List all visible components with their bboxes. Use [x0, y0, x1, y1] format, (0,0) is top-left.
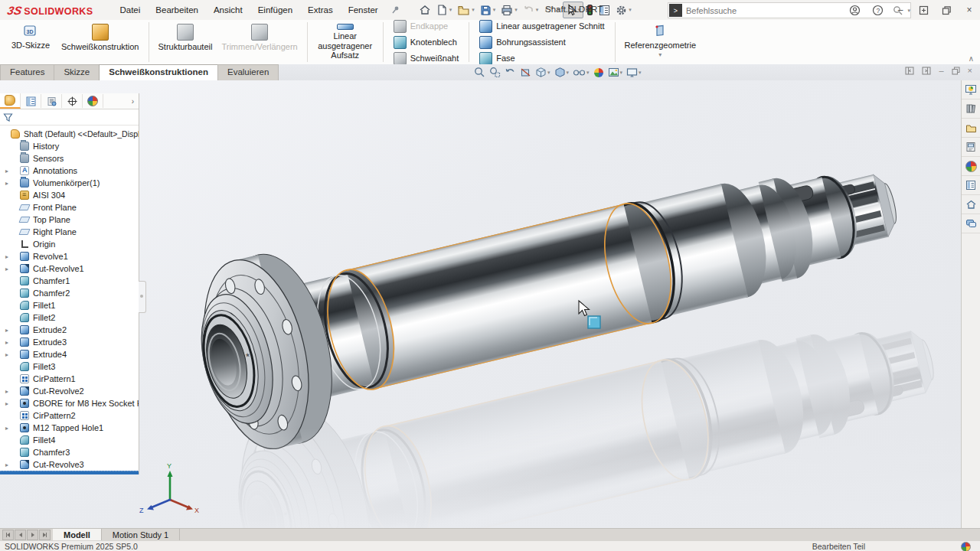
- gusset-button[interactable]: Knotenblech: [391, 35, 462, 50]
- extruded-boss-button[interactable]: Linear ausgetragener Aufsatz: [312, 21, 378, 63]
- tree-item[interactable]: CirPattern2: [0, 409, 139, 422]
- menu-extras[interactable]: Extras: [301, 2, 340, 18]
- tab-motion-study[interactable]: Motion Study 1: [102, 529, 180, 541]
- weldment-button[interactable]: Schweißkonstruktion: [57, 21, 144, 63]
- close-button[interactable]: ×: [963, 4, 975, 16]
- appearances-scenes-icon[interactable]: [962, 157, 980, 176]
- hide-show-items-icon[interactable]: ▾: [572, 67, 590, 78]
- tab-evaluieren[interactable]: Evaluieren: [217, 64, 279, 81]
- restore-button[interactable]: [940, 4, 952, 16]
- view-settings-icon[interactable]: ▾: [626, 67, 642, 79]
- chamfer-button[interactable]: Fase: [477, 51, 606, 66]
- dropdown-caret[interactable]: ▾: [567, 70, 570, 76]
- dropdown-caret[interactable]: ▾: [472, 7, 475, 13]
- tab-features[interactable]: Features: [0, 64, 54, 81]
- tab-modell[interactable]: Modell: [53, 529, 102, 541]
- hole-wizard-button[interactable]: Bohrungsassistent: [477, 35, 606, 50]
- menu-datei[interactable]: Datei: [113, 2, 147, 18]
- tree-item[interactable]: Fillet1: [0, 299, 139, 311]
- collapse-pane-right-icon[interactable]: [922, 67, 931, 75]
- menu-fenster[interactable]: Fenster: [341, 2, 385, 18]
- first-tab-button[interactable]: [2, 530, 14, 540]
- dropdown-caret[interactable]: ▾: [547, 70, 550, 76]
- tree-item[interactable]: Right Plane: [0, 226, 139, 238]
- tree-item[interactable]: Chamfer3: [0, 446, 139, 458]
- view-palette-icon[interactable]: [962, 138, 980, 157]
- tab-propertymanager[interactable]: [21, 94, 41, 108]
- home-icon[interactable]: [962, 195, 980, 214]
- account-icon[interactable]: [848, 4, 861, 16]
- status-sphere-icon[interactable]: [961, 542, 971, 551]
- forum-icon[interactable]: [962, 214, 980, 233]
- rollback-bar[interactable]: [0, 471, 139, 474]
- custom-properties-icon[interactable]: [962, 176, 980, 195]
- tree-root[interactable]: Shaft (Default) <<Default>_Display S: [0, 128, 139, 140]
- dropdown-caret[interactable]: ▾: [620, 70, 623, 76]
- fillet-bead-button[interactable]: Schweißnaht: [391, 51, 462, 66]
- tab-displaymanager[interactable]: [83, 94, 103, 108]
- dropdown-caret[interactable]: ▾: [586, 70, 590, 76]
- expand-arrow-icon[interactable]: ▸: [3, 425, 11, 432]
- extruded-cut-button[interactable]: Linear ausgetragener Schnitt: [477, 19, 606, 34]
- pin-menu-icon[interactable]: [391, 5, 400, 15]
- tree-item[interactable]: History: [0, 140, 139, 152]
- expand-arrow-icon[interactable]: ▸: [3, 266, 11, 272]
- edit-appearance-icon[interactable]: [593, 67, 605, 79]
- doc-minimize-button[interactable]: –: [939, 66, 943, 75]
- apply-scene-icon[interactable]: ▾: [607, 67, 624, 78]
- expand-arrow-icon[interactable]: ▸: [3, 339, 11, 346]
- tree-item[interactable]: ▸M12 Tapped Hole1: [0, 422, 139, 434]
- graphics-area[interactable]: * Y X: [0, 80, 962, 528]
- tree-item[interactable]: Chamfer1: [0, 275, 139, 287]
- tree-item[interactable]: Fillet2: [0, 311, 139, 324]
- tab-configurationmanager[interactable]: [41, 94, 62, 108]
- tree-item[interactable]: ▸Extrude3: [0, 336, 139, 348]
- previous-view-icon[interactable]: [504, 66, 517, 79]
- home-button[interactable]: [416, 2, 433, 18]
- open-button[interactable]: ▾: [455, 3, 477, 18]
- tree-item[interactable]: Front Plane: [0, 201, 139, 214]
- tree-item[interactable]: ▸Cut-Revolve1: [0, 262, 139, 275]
- tree-item[interactable]: ▸Volumenkörper(1): [0, 177, 139, 189]
- tab-schweisskonstruktionen[interactable]: Schweißkonstruktionen: [99, 64, 218, 81]
- collapse-pane-left-icon[interactable]: [905, 67, 914, 75]
- help-icon[interactable]: ?: [871, 4, 884, 16]
- zoom-to-fit-icon[interactable]: [473, 66, 486, 79]
- dropdown-caret[interactable]: ▾: [493, 7, 496, 13]
- file-explorer-icon[interactable]: [962, 119, 980, 138]
- tree-panel-grip[interactable]: [139, 281, 146, 313]
- doc-restore-button[interactable]: [952, 67, 960, 75]
- print-button[interactable]: ▾: [498, 3, 520, 18]
- new-document-button[interactable]: ▾: [434, 2, 455, 18]
- display-style-icon[interactable]: ▾: [554, 66, 570, 79]
- doc-close-button[interactable]: ×: [968, 66, 972, 75]
- tree-item[interactable]: Origin: [0, 238, 139, 250]
- expand-arrow-icon[interactable]: ▸: [3, 253, 11, 260]
- tree-item[interactable]: ▸Extrude4: [0, 348, 139, 360]
- panel-expand-icon[interactable]: ›: [132, 97, 134, 106]
- solidworks-resources-icon[interactable]: [962, 80, 980, 99]
- expand-arrow-icon[interactable]: ▸: [3, 180, 11, 187]
- expand-arrow-icon[interactable]: ▸: [3, 351, 11, 358]
- menu-einfuegen[interactable]: Einfügen: [251, 2, 299, 18]
- reference-geometry-button[interactable]: Referenzgeometrie ▾: [620, 21, 701, 63]
- tree-item[interactable]: ▸Cut-Revolve3: [0, 458, 139, 471]
- tree-item[interactable]: Sensors: [0, 152, 139, 165]
- expand-arrow-icon[interactable]: ▸: [3, 327, 11, 334]
- dropdown-caret[interactable]: ▾: [658, 51, 662, 58]
- dropdown-caret[interactable]: ▾: [639, 70, 642, 76]
- expand-arrow-icon[interactable]: ▸: [3, 400, 11, 407]
- tree-item[interactable]: AISI 304: [0, 189, 139, 201]
- maximize-button[interactable]: [917, 4, 929, 16]
- tree-item[interactable]: ▸Cut-Revolve2: [0, 385, 139, 397]
- dropdown-caret[interactable]: ▾: [629, 7, 632, 13]
- tree-item[interactable]: ▸Extrude2: [0, 324, 139, 336]
- tree-item[interactable]: Fillet4: [0, 434, 139, 446]
- dropdown-caret[interactable]: ▾: [449, 7, 452, 13]
- design-library-icon[interactable]: [962, 99, 980, 119]
- minimize-button[interactable]: –: [894, 4, 906, 16]
- expand-arrow-icon[interactable]: ▸: [3, 388, 11, 395]
- tab-dimxpertmanager[interactable]: [62, 94, 83, 108]
- menu-bearbeiten[interactable]: Bearbeiten: [149, 2, 205, 18]
- prev-tab-button[interactable]: [15, 530, 26, 540]
